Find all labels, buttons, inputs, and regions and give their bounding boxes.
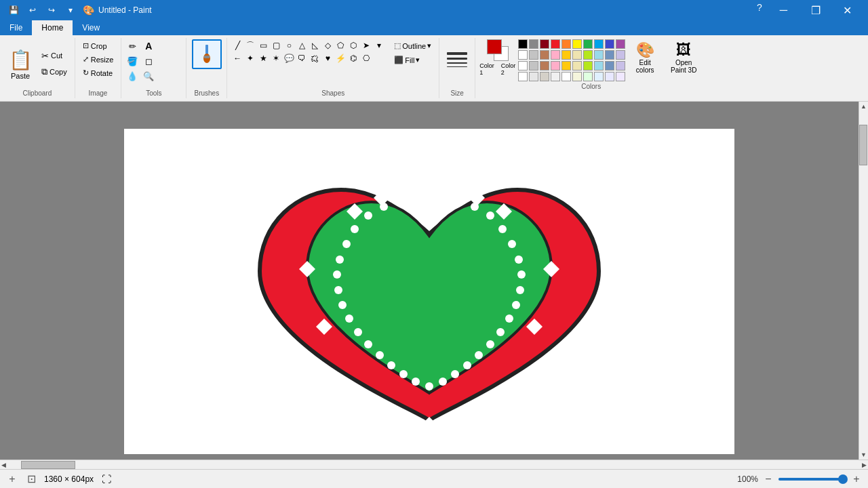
shape-roundrect[interactable]: ▢ [270, 39, 282, 52]
color-swatch[interactable] [540, 50, 549, 60]
text-tool[interactable]: A [142, 39, 155, 53]
pencil-tool[interactable]: ✏ [125, 39, 139, 53]
tab-file[interactable]: File [0, 20, 32, 35]
color-swatch[interactable] [518, 50, 528, 60]
color-swatch[interactable] [583, 50, 593, 60]
color-swatch[interactable] [572, 72, 582, 81]
tab-home[interactable]: Home [32, 20, 73, 35]
eraser-tool[interactable]: ◻ [142, 54, 155, 68]
shape-callout3[interactable]: 🗯 [309, 52, 321, 64]
shape-line[interactable]: ╱ [231, 39, 243, 52]
color-swatch[interactable] [551, 72, 560, 81]
color-swatch[interactable] [594, 39, 604, 49]
minimize-btn[interactable]: ─ [768, 0, 799, 20]
help-btn[interactable]: ? [752, 0, 767, 15]
color-swatch[interactable] [561, 72, 571, 81]
paste-button[interactable]: 📋 Paste [4, 39, 37, 88]
hscroll-left-arrow[interactable]: ◀ [0, 460, 7, 470]
maximize-btn[interactable]: ❐ [800, 0, 831, 20]
color-swatch[interactable] [540, 61, 549, 70]
color-swatch[interactable] [594, 50, 604, 60]
color-swatch[interactable] [594, 61, 604, 70]
shape-rect[interactable]: ▭ [257, 39, 269, 52]
vscroll-down-arrow[interactable]: ▼ [859, 450, 868, 460]
magnify-tool[interactable]: 🔍 [142, 69, 155, 83]
color-swatch[interactable] [551, 39, 560, 49]
color-swatch[interactable] [518, 39, 528, 49]
color-swatch[interactable] [605, 61, 614, 70]
color-swatch[interactable] [572, 61, 582, 70]
zoom-in-button[interactable]: + [850, 473, 863, 485]
color-swatch[interactable] [605, 50, 614, 60]
shape-diamond[interactable]: ◇ [321, 39, 334, 52]
open-paint3d-button[interactable]: 🖼 Open Paint 3D [665, 39, 703, 76]
color-swatch[interactable] [616, 61, 625, 70]
zoom-out-button[interactable]: − [762, 473, 774, 485]
color-swatch[interactable] [616, 72, 625, 81]
color-swatch[interactable] [583, 61, 593, 70]
redo-quick-btn[interactable]: ↪ [43, 2, 60, 18]
size-selector[interactable] [443, 39, 471, 80]
color-swatch[interactable] [518, 72, 528, 81]
edit-colors-button[interactable]: 🎨 Edit colors [628, 39, 662, 76]
vscroll-thumb[interactable] [859, 125, 867, 165]
shape-callout1[interactable]: 💬 [283, 52, 295, 64]
tab-view[interactable]: View [73, 20, 109, 35]
color-swatch[interactable] [583, 72, 593, 81]
shape-arrow-r[interactable]: ➤ [360, 39, 372, 52]
color-swatch[interactable] [561, 39, 571, 49]
shape-4star[interactable]: ✦ [244, 52, 256, 64]
color-swatch[interactable] [583, 39, 593, 49]
zoom-slider[interactable] [778, 478, 846, 481]
color-swatch[interactable] [616, 39, 625, 49]
shape-ellipse[interactable]: ○ [283, 39, 295, 52]
brushes-button[interactable] [192, 39, 222, 69]
color-swatch[interactable] [529, 50, 538, 60]
shape-scroll-arrow[interactable]: ▾ [373, 39, 385, 52]
resize-button[interactable]: ⤢ Resize [79, 53, 117, 66]
cut-button[interactable]: ✂ Cut [38, 49, 71, 63]
color-swatch[interactable] [594, 72, 604, 81]
canvas[interactable] [124, 129, 734, 454]
color-swatch[interactable] [572, 39, 582, 49]
horizontal-scrollbar[interactable]: ◀ ▶ [0, 460, 868, 469]
color-swatch[interactable] [616, 50, 625, 60]
shape-curve[interactable]: ⌒ [244, 39, 256, 52]
color-swatch[interactable] [529, 39, 538, 49]
shape-5star[interactable]: ★ [257, 52, 269, 64]
shape-rtriangle[interactable]: ◺ [309, 39, 321, 52]
vertical-scrollbar[interactable]: ▲ ▼ [859, 102, 868, 460]
shape-misc[interactable]: ⌬ [347, 52, 359, 64]
rotate-button[interactable]: ↻ Rotate [79, 66, 116, 79]
color-swatch[interactable] [529, 72, 538, 81]
shape-heart[interactable]: ♥ [321, 52, 334, 64]
hscroll-right-arrow[interactable]: ▶ [861, 460, 868, 470]
dropdown-quick-btn[interactable]: ▾ [62, 2, 79, 18]
close-btn[interactable]: ✕ [832, 0, 863, 20]
outline-button[interactable]: ⬚ Outline ▾ [391, 39, 435, 52]
vscroll-up-arrow[interactable]: ▲ [859, 102, 868, 111]
fill-button[interactable]: ⬛ Fill ▾ [391, 54, 435, 66]
save-quick-btn[interactable]: 💾 [5, 2, 22, 18]
shape-arrow-l[interactable]: ← [231, 52, 243, 64]
shape-misc2[interactable]: ⎔ [360, 52, 372, 64]
color-swatch[interactable] [518, 61, 528, 70]
color-swatch[interactable] [605, 72, 614, 81]
colorpick-tool[interactable]: 💧 [125, 69, 139, 83]
undo-quick-btn[interactable]: ↩ [24, 2, 41, 18]
color-swatch[interactable] [551, 50, 560, 60]
canvas-scroll[interactable] [0, 102, 859, 460]
shape-lightning[interactable]: ⚡ [334, 52, 347, 64]
hscroll-thumb[interactable] [21, 461, 75, 469]
color-swatch[interactable] [540, 72, 549, 81]
color-swatch[interactable] [561, 61, 571, 70]
zoom-thumb[interactable] [838, 474, 848, 484]
color-swatch[interactable] [605, 39, 614, 49]
color1-box[interactable] [487, 39, 502, 54]
shape-pentagon[interactable]: ⬠ [334, 39, 347, 52]
shape-triangle[interactable]: △ [296, 39, 308, 52]
color-swatch[interactable] [572, 50, 582, 60]
shape-hexagon[interactable]: ⬡ [347, 39, 359, 52]
color-swatch[interactable] [561, 50, 571, 60]
add-new-btn[interactable]: + [5, 472, 19, 486]
